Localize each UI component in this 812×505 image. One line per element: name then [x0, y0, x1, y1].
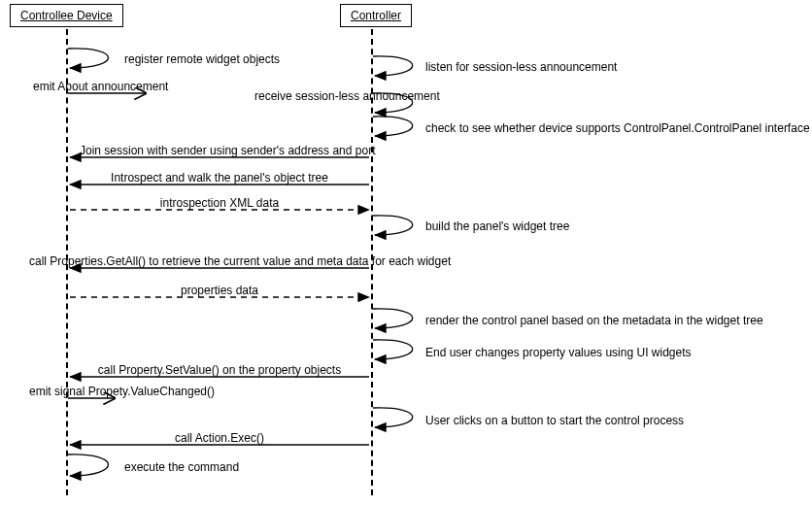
label-render-panel: render the control panel based on the me… — [425, 314, 763, 327]
label-build-tree: build the panel's widget tree — [425, 219, 569, 233]
label-join-session: Join session with sender using sender's … — [80, 144, 359, 157]
label-execute-cmd: execute the command — [124, 460, 239, 474]
label-properties-data: properties data — [80, 284, 359, 297]
arrows-overlay — [0, 0, 812, 505]
label-setvalue: call Property.SetValue() on the property… — [80, 363, 359, 377]
label-emit-valuechanged: emit signal Propety.ValueChanged() — [29, 385, 215, 398]
label-introspection-xml: introspection XML data — [80, 196, 359, 210]
label-action-exec: call Action.Exec() — [80, 431, 359, 445]
label-receive-announce: receive session-less announcement — [254, 89, 440, 103]
label-introspect-walk: Introspect and walk the panel's object t… — [80, 171, 359, 185]
sequence-diagram: Controllee Device Controller register re… — [0, 0, 812, 505]
actor-controllee: Controllee Device — [10, 4, 123, 27]
actor-controller: Controller — [340, 4, 412, 27]
label-user-clicks: User clicks on a button to start the con… — [425, 414, 684, 427]
actor-controller-label: Controller — [351, 9, 401, 22]
label-getall: call Properties.GetAll() to retrieve the… — [29, 254, 418, 268]
label-emit-about: emit About announcement — [33, 80, 168, 93]
actor-controllee-label: Controllee Device — [20, 9, 113, 22]
label-check-interface: check to see whether device supports Con… — [425, 121, 810, 135]
label-listen-announce: listen for session-less announcement — [425, 60, 617, 74]
label-register-widgets: register remote widget objects — [124, 52, 280, 66]
label-user-changes: End user changes property values using U… — [425, 346, 692, 359]
